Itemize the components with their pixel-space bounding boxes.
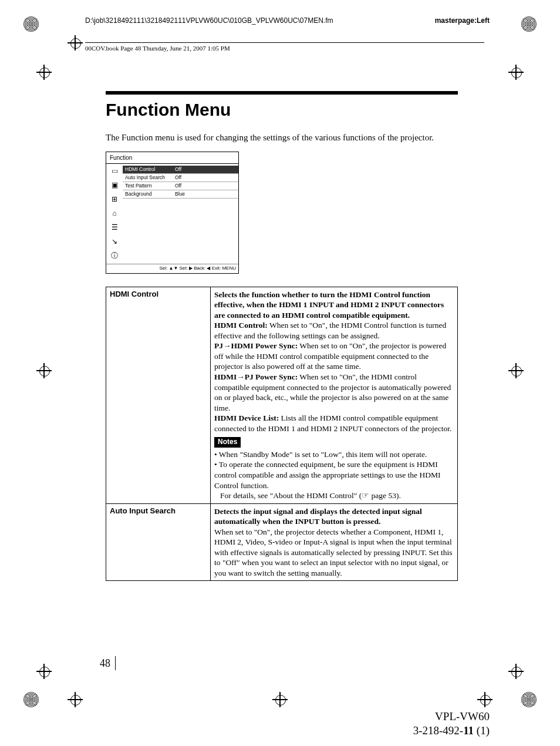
screen-icon: ⊞ bbox=[110, 195, 119, 204]
osd-row: Background Blue bbox=[123, 190, 238, 199]
register-mark bbox=[521, 16, 537, 32]
subitem-label: HDMI→PJ Power Sync: bbox=[214, 372, 298, 381]
doc-number-bold: 11 bbox=[463, 724, 474, 737]
osd-row: Test Pattern Off bbox=[123, 182, 238, 190]
file-path: D:\job\3218492111\3218492111VPLVW60UC\01… bbox=[85, 16, 333, 26]
body-text: When set to "On", the projector detects … bbox=[214, 527, 453, 577]
crop-mark bbox=[508, 363, 524, 378]
crop-mark bbox=[36, 664, 52, 679]
osd-footer-hints: Sel: ▲▼ Set: ▶ Back: ◀ Exit: MENU bbox=[106, 264, 238, 273]
crop-mark bbox=[36, 65, 52, 80]
osd-row-value: Off bbox=[175, 174, 236, 181]
setting-name: Auto Input Search bbox=[106, 503, 211, 581]
masterpage-label: masterpage:Left bbox=[435, 16, 490, 26]
register-mark bbox=[521, 692, 537, 707]
setting-description: Selects the function whether to turn the… bbox=[211, 287, 458, 503]
osd-row-label: HDMI Control bbox=[125, 166, 175, 173]
subitem-label: PJ→HDMI Power Sync: bbox=[214, 341, 298, 350]
subitem-label: HDMI Device List: bbox=[214, 414, 279, 422]
cov-line: 00COV.book Page 48 Thursday, June 21, 20… bbox=[85, 42, 484, 52]
osd-row: Auto Input Search Off bbox=[123, 174, 238, 182]
register-mark bbox=[23, 692, 39, 707]
intro-text: The Function menu is used for changing t… bbox=[106, 132, 458, 143]
setup-icon: ⌂ bbox=[110, 209, 119, 219]
osd-menu: Function ▭ ▣ ⊞ ⌂ ☰ ↘ ⓘ HDMI Control Off … bbox=[106, 152, 239, 273]
notes-label: Notes bbox=[214, 437, 241, 448]
function-icon: ☰ bbox=[110, 223, 119, 233]
footer-model: VPL-VW60 bbox=[413, 710, 490, 724]
page-number: 48 bbox=[100, 656, 116, 670]
osd-icon-column: ▭ ▣ ⊞ ⌂ ☰ ↘ ⓘ bbox=[106, 164, 123, 264]
installation-icon: ↘ bbox=[110, 237, 119, 247]
register-mark bbox=[23, 16, 39, 32]
crop-mark bbox=[508, 664, 524, 679]
crop-mark bbox=[36, 363, 52, 378]
table-row: HDMI Control Selects the function whethe… bbox=[106, 287, 458, 503]
section-rule bbox=[106, 91, 458, 95]
doc-number-pre: 3-218-492- bbox=[413, 724, 463, 737]
crop-mark bbox=[68, 692, 83, 707]
note-item: To operate the connected equipment, be s… bbox=[214, 460, 440, 489]
note-ref: For details, see "About the HDMI Control… bbox=[220, 490, 401, 501]
lead-text: Detects the input signal and displays th… bbox=[214, 507, 422, 526]
lead-text: Selects the function whether to turn the… bbox=[214, 290, 444, 320]
page-title: Function Menu bbox=[106, 98, 458, 121]
crop-mark bbox=[272, 692, 288, 707]
footer-doc-info: VPL-VW60 3-218-492-11 (1) bbox=[413, 710, 490, 738]
crop-mark bbox=[477, 692, 492, 707]
osd-menu-title: Function bbox=[106, 152, 238, 164]
osd-row-label: Background bbox=[125, 191, 175, 197]
doc-number-post: (1) bbox=[474, 724, 490, 737]
subitem-label: HDMI Control: bbox=[214, 321, 268, 330]
table-row: Auto Input Search Detects the input sign… bbox=[106, 503, 458, 581]
osd-row-value: Off bbox=[175, 166, 236, 173]
crop-mark bbox=[68, 35, 83, 51]
note-item: When "Standby Mode" is set to "Low", thi… bbox=[219, 450, 427, 459]
setting-name: HDMI Control bbox=[106, 287, 211, 503]
osd-menu-list: HDMI Control Off Auto Input Search Off T… bbox=[123, 164, 238, 264]
crop-mark bbox=[508, 65, 524, 80]
osd-row-value: Blue bbox=[175, 191, 236, 197]
setting-description: Detects the input signal and displays th… bbox=[211, 503, 458, 581]
advanced-picture-icon: ▣ bbox=[110, 181, 119, 190]
information-icon: ⓘ bbox=[110, 251, 119, 261]
osd-row-value: Off bbox=[175, 183, 236, 189]
osd-row-label: Test Pattern bbox=[125, 183, 175, 189]
osd-row-label: Auto Input Search bbox=[125, 174, 175, 181]
picture-icon: ▭ bbox=[110, 167, 119, 176]
osd-row: HDMI Control Off bbox=[123, 166, 238, 174]
settings-table: HDMI Control Selects the function whethe… bbox=[106, 287, 458, 582]
